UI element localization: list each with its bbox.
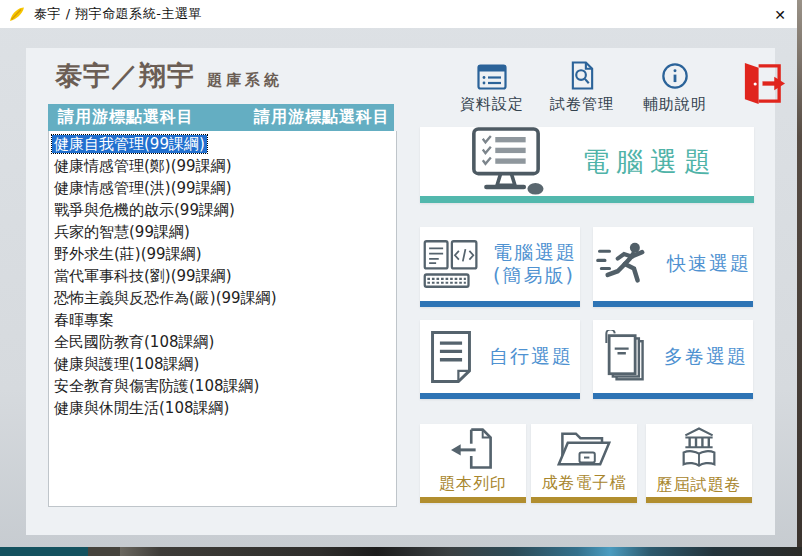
computer-checklist-icon: [456, 126, 556, 198]
app-logo-icon: [8, 5, 26, 23]
quick-select-label: 快速選題: [667, 251, 751, 277]
self-select-label: 自行選題: [489, 344, 573, 370]
open-folder-icon: [557, 428, 611, 470]
taskbar-edge: [0, 547, 802, 556]
archive-book-icon: [675, 426, 723, 472]
list-item[interactable]: 兵家的智慧(99課綱): [52, 221, 396, 243]
main-panel: 泰宇／翔宇題庫系統 請用游標點選科目 請用游標點選科目 健康自我管理(99課綱)…: [26, 48, 775, 535]
quick-select-button[interactable]: 快速選題: [593, 227, 753, 307]
exit-door-icon: [740, 60, 786, 108]
multi-select-label: 多卷選題: [664, 344, 748, 370]
subject-list-header: 請用游標點選科目 請用游標點選科目: [48, 104, 394, 131]
close-icon[interactable]: ✕: [770, 5, 790, 25]
print-booklet-label: 題本列印: [439, 474, 507, 495]
help-label: 輔助說明: [643, 95, 707, 114]
exit-button[interactable]: [740, 60, 784, 108]
easy-label-line1: 電腦選題: [493, 241, 577, 264]
list-item[interactable]: 恐怖主義與反恐作為(嚴)(99課綱): [52, 287, 396, 309]
data-settings-button[interactable]: 資料設定: [452, 62, 532, 114]
print-booklet-button[interactable]: 題本列印: [420, 424, 526, 503]
multi-select-button[interactable]: 多卷選題: [593, 320, 753, 399]
list-item[interactable]: 健康自我管理(99課綱): [52, 133, 396, 155]
toolbar: 資料設定 試卷管理: [420, 62, 775, 122]
easy-label-line2: (簡易版): [493, 264, 577, 287]
stacked-papers-icon: [598, 330, 650, 384]
subject-list-header-right: 請用游標點選科目: [254, 107, 390, 128]
list-item[interactable]: 健康情感管理(洪)(99課綱): [52, 177, 396, 199]
help-icon: [661, 62, 689, 90]
exam-management-label: 試卷管理: [550, 95, 614, 114]
data-settings-label: 資料設定: [460, 95, 524, 114]
brand-subtitle: 題庫系統: [207, 71, 283, 89]
list-item[interactable]: 春暉專案: [52, 309, 396, 331]
subject-list-header-left: 請用游標點選科目: [58, 107, 194, 128]
document-lines-icon: [427, 330, 475, 384]
data-settings-icon: [477, 62, 507, 90]
past-exams-label: 歷屆試題卷: [657, 475, 742, 496]
desktop-edge: [797, 0, 802, 547]
efile-label: 成卷電子檔: [542, 473, 627, 494]
runner-icon: [595, 240, 653, 288]
exam-management-icon: [569, 62, 596, 90]
subject-listbox[interactable]: 健康自我管理(99課綱) 健康情感管理(鄭)(99課綱) 健康情感管理(洪)(9…: [48, 131, 397, 507]
brand-title: 泰宇／翔宇: [55, 60, 195, 91]
list-item[interactable]: 健康與護理(108課綱): [52, 353, 396, 375]
help-button[interactable]: 輔助說明: [635, 62, 715, 114]
computer-select-easy-button[interactable]: 電腦選題 (簡易版): [420, 227, 580, 307]
title-bar: 泰宇 / 翔宇命題系統-主選單 ✕: [0, 0, 802, 28]
list-item[interactable]: 安全教育與傷害防護(108課綱): [52, 375, 396, 397]
efile-button[interactable]: 成卷電子檔: [531, 424, 637, 503]
computer-select-button[interactable]: 電腦選題: [420, 127, 754, 203]
list-item[interactable]: 健康情感管理(鄭)(99課綱): [52, 155, 396, 177]
keyboard-code-icon: [423, 239, 479, 289]
list-item[interactable]: 野外求生(莊)(99課綱): [52, 243, 396, 265]
list-item[interactable]: 當代軍事科技(劉)(99課綱): [52, 265, 396, 287]
page-arrow-icon: [448, 427, 498, 471]
list-item[interactable]: 戰爭與危機的啟示(99課綱): [52, 199, 396, 221]
computer-select-label: 電腦選題: [582, 144, 718, 180]
window-title: 泰宇 / 翔宇命題系統-主選單: [34, 5, 202, 23]
exam-management-button[interactable]: 試卷管理: [542, 62, 622, 114]
app-window: 泰宇 / 翔宇命題系統-主選單 ✕ 泰宇／翔宇題庫系統 請用游標點選科目 請用游…: [0, 0, 802, 556]
list-item[interactable]: 全民國防教育(108課綱): [52, 331, 396, 353]
self-select-button[interactable]: 自行選題: [420, 320, 580, 399]
list-item[interactable]: 健康與休閒生活(108課綱): [52, 397, 396, 419]
brand-header: 泰宇／翔宇題庫系統: [55, 58, 283, 94]
past-exams-button[interactable]: 歷屆試題卷: [646, 424, 752, 503]
